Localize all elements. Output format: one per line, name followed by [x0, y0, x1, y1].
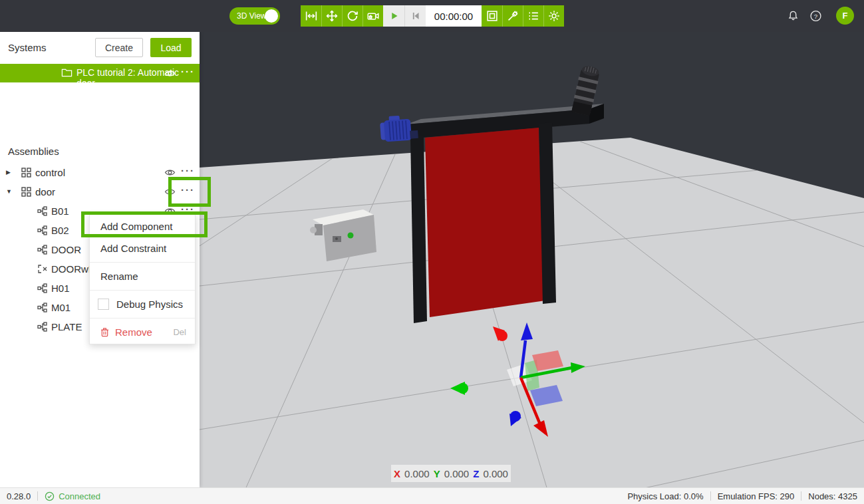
tree-row-label: B02 [51, 225, 69, 236]
measure-tool-button[interactable] [301, 5, 321, 27]
more-options-button[interactable]: ··· [181, 165, 195, 176]
visibility-eye-icon[interactable] [164, 187, 176, 199]
remove-shortcut: Del [173, 327, 186, 337]
folder-icon [61, 68, 72, 80]
connect-tool-button[interactable] [502, 5, 523, 27]
caret-collapsed-icon[interactable]: ▶ [6, 169, 11, 176]
playback-group [383, 5, 426, 27]
create-button-label: Create [105, 43, 133, 53]
user-avatar[interactable]: F [836, 7, 854, 25]
connected-check-icon [45, 491, 55, 501]
more-options-button[interactable]: ··· [181, 184, 195, 195]
context-menu: Add Component Add Constraint Rename Debu… [89, 214, 196, 344]
nodes-count-value: Nodes: 4325 [808, 491, 857, 501]
help-button[interactable]: ? [809, 9, 823, 26]
skip-back-icon [409, 9, 422, 23]
door-panel[interactable] [425, 128, 545, 317]
menu-separator [90, 318, 195, 318]
physics-load-value: Physics Load: 0.0% [627, 491, 703, 501]
component-icon [37, 245, 47, 257]
rotate-tool-button[interactable] [342, 5, 362, 27]
settings-button[interactable] [543, 5, 564, 27]
list-view-button[interactable] [523, 5, 543, 27]
component-icon [37, 283, 47, 296]
list-icon [526, 9, 541, 23]
x-coordinate-value: 0.000 [404, 468, 430, 479]
status-left-group: 0.28.0 Connected [7, 491, 100, 501]
tree-row-label: M01 [51, 302, 71, 313]
play-button[interactable] [383, 5, 404, 27]
simulation-timer: 00:00:00 [426, 5, 482, 27]
sensor-led [348, 233, 354, 239]
assembly-icon [21, 168, 31, 180]
tree-row-label: PLATE [51, 321, 82, 332]
debug-physics-label: Debug Physics [116, 299, 183, 310]
assembly-icon [21, 187, 31, 199]
assemblies-heading: Assemblies [8, 146, 59, 157]
3d-scene [200, 32, 864, 487]
move-tool-button[interactable] [321, 5, 342, 27]
component-icon [37, 303, 47, 315]
tree-row-label: DOOR [51, 244, 81, 255]
tree-row-label: DOORwP [51, 263, 95, 275]
avatar-initial: F [843, 11, 848, 21]
load-system-button[interactable]: Load [150, 38, 192, 57]
help-icon: ? [809, 9, 823, 23]
tree-row-label: control [35, 167, 65, 178]
tree-row-control[interactable]: ▶ control ··· [0, 163, 200, 182]
trash-icon [100, 327, 109, 337]
z-axis-label: Z [473, 468, 479, 479]
remove-label: Remove [115, 326, 152, 338]
system-more-options-button[interactable]: ··· [181, 66, 195, 77]
menu-item-remove[interactable]: Remove Del [90, 321, 195, 343]
gear-icon [547, 9, 561, 23]
component-icon [37, 206, 47, 219]
frame-view-button[interactable] [482, 5, 502, 27]
emulation-fps-value: Emulation FPS: 290 [718, 491, 795, 501]
tree-row-door[interactable]: ▼ door ··· [0, 182, 200, 201]
status-right-group: Physics Load: 0.0% Emulation FPS: 290 No… [627, 491, 857, 501]
svg-text:?: ? [814, 13, 817, 20]
z-coordinate-value: 0.000 [483, 468, 508, 479]
status-divider [37, 491, 38, 501]
y-axis-label: Y [434, 468, 440, 479]
y-coordinate-value: 0.000 [444, 468, 470, 479]
toggle-knob[interactable] [265, 9, 278, 23]
view-mode-label: 3D View [237, 11, 266, 21]
menu-item-debug-physics[interactable]: Debug Physics [90, 293, 195, 315]
connect-icon [505, 9, 520, 23]
camera-home-icon [366, 9, 380, 23]
menu-item-add-component[interactable]: Add Component [90, 215, 195, 237]
camera-home-button[interactable] [362, 5, 383, 27]
view-mode-toggle[interactable]: 3D View [229, 7, 280, 25]
connection-status: Connected [45, 491, 100, 501]
systems-heading: Systems [8, 42, 47, 53]
frame-icon [485, 9, 500, 23]
version-label: 0.28.0 [7, 491, 31, 501]
measure-icon [304, 9, 319, 23]
move-icon [325, 9, 339, 23]
skip-back-button[interactable] [404, 5, 426, 27]
more-options-button[interactable]: ··· [181, 203, 195, 215]
main-toolbar: 00:00:00 [301, 5, 564, 27]
component-icon [37, 225, 47, 238]
top-bar: 3D View [0, 0, 864, 32]
selected-system-row[interactable]: PLC tutorial 2: Automatic door ··· [0, 64, 200, 82]
tree-row-label: door [35, 186, 55, 197]
load-button-label: Load [160, 43, 181, 53]
play-icon [386, 9, 401, 23]
create-system-button[interactable]: Create [95, 38, 143, 57]
coordinate-readout: X 0.000 Y 0.000 Z 0.000 [391, 465, 511, 482]
visibility-eye-icon[interactable] [164, 168, 176, 180]
notifications-button[interactable] [786, 9, 800, 26]
caret-expanded-icon[interactable]: ▼ [6, 188, 12, 195]
status-bar: 0.28.0 Connected Physics Load: 0.0% Emul… [0, 487, 864, 504]
rotate-icon [345, 9, 360, 23]
debug-physics-checkbox[interactable] [98, 299, 109, 310]
menu-separator [90, 262, 195, 263]
3d-viewport[interactable]: X 0.000 Y 0.000 Z 0.000 [200, 32, 864, 487]
menu-item-rename[interactable]: Rename [90, 265, 195, 287]
menu-item-add-constraint[interactable]: Add Constraint [90, 237, 195, 259]
system-visibility-eye-icon[interactable] [164, 68, 176, 80]
application-window: 3D View [0, 0, 864, 504]
